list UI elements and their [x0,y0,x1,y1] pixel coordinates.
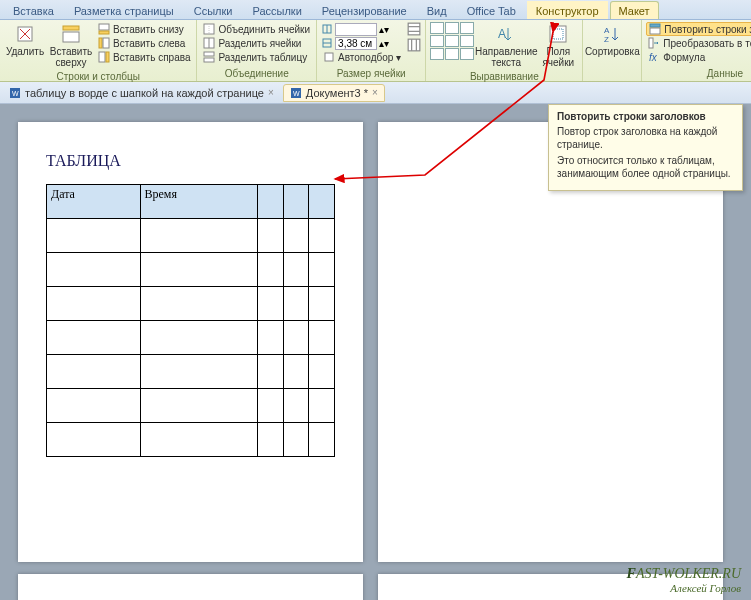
split-cells-button[interactable]: Разделить ячейки [201,36,312,50]
table-header-cell[interactable]: Дата [47,185,141,219]
spinner-icon[interactable]: ▴▾ [379,24,389,35]
doc-tab-1[interactable]: W таблицу в ворде с шапкой на каждой стр… [2,84,281,102]
page-1[interactable]: ТАБЛИЦА Дата Время [18,122,363,562]
sort-icon: AZ [602,24,622,44]
group-merge: Объединить ячейки Разделить ячейки Разде… [197,20,317,81]
insert-bottom-button[interactable]: Вставить снизу [96,22,192,36]
tab-vid[interactable]: Вид [418,1,456,19]
col-width-spin[interactable]: ▴▾ [321,36,403,50]
page-3[interactable] [18,574,363,600]
repeat-header-icon [649,23,661,35]
autofit-button[interactable]: Автоподбор ▾ [321,50,403,64]
formula-button[interactable]: fxФормула [646,50,751,64]
delete-button[interactable]: Удалить [4,22,46,70]
doc-tab-2[interactable]: W Документ3 * × [283,84,385,102]
group-label-merge: Объединение [201,67,312,81]
svg-rect-32 [650,28,660,34]
insert-left-button[interactable]: Вставить слева [96,36,192,50]
align-bc[interactable] [445,48,459,60]
table-header-cell[interactable] [283,185,309,219]
svg-text:Z: Z [604,35,609,44]
align-tc[interactable] [445,22,459,34]
group-label-data: Данные [646,67,751,81]
text-direction-icon: A [496,24,516,44]
tab-ssylki[interactable]: Ссылки [185,1,242,19]
table-row [47,253,335,287]
row-height-spin[interactable]: ▴▾ [321,22,403,36]
split-cells-icon [203,37,215,49]
tooltip-repeat-header: Повторить строки заголовков Повтор строк… [548,104,743,191]
svg-rect-16 [204,58,214,62]
workspace: ТАБЛИЦА Дата Время Повторить строки заго… [0,104,751,600]
align-bl[interactable] [430,48,444,60]
split-table-icon [203,51,215,63]
tab-konstruktor[interactable]: Конструктор [527,1,608,19]
group-label-lines-cols: Строки и столбцы [4,70,192,84]
svg-rect-7 [99,38,102,48]
group-label-align: Выравнивание [430,70,578,84]
merge-cells-button[interactable]: Объединить ячейки [201,22,312,36]
svg-text:fx: fx [649,52,658,63]
svg-rect-10 [106,52,109,62]
group-align: A Направление текста Поля ячейки Выравни… [426,20,583,81]
row-height-input[interactable] [335,23,377,36]
tab-vstavka[interactable]: Вставка [4,1,63,19]
insert-left-icon [98,37,110,49]
merge-cells-icon [203,23,215,35]
svg-rect-23 [408,39,420,51]
svg-rect-4 [63,26,79,30]
word-doc-icon: W [290,87,302,99]
table-row [47,423,335,457]
col-width-icon [321,37,333,49]
svg-text:A: A [604,26,610,35]
table-row [47,321,335,355]
group-label-cellsize: Размер ячейки [321,67,421,81]
align-ml[interactable] [430,35,444,47]
spinner-icon[interactable]: ▴▾ [379,38,389,49]
insert-right-button[interactable]: Вставить справа [96,50,192,64]
tooltip-text: Повтор строк заголовка на каждой страниц… [557,126,734,151]
align-mc[interactable] [445,35,459,47]
align-tl[interactable] [430,22,444,34]
distribute-rows-icon[interactable] [407,22,421,36]
tab-officetab[interactable]: Office Tab [458,1,525,19]
close-tab-icon[interactable]: × [268,87,274,98]
tab-maket[interactable]: Макет [610,1,659,19]
tab-recenz[interactable]: Рецензирование [313,1,416,19]
insert-top-button[interactable]: Вставить сверху [50,22,92,70]
table-row [47,389,335,423]
insert-right-icon [98,51,110,63]
table-header-cell[interactable] [309,185,335,219]
svg-text:W: W [12,90,19,97]
document-tabs: W таблицу в ворде с шапкой на каждой стр… [0,82,751,104]
align-tr[interactable] [460,22,474,34]
chevron-down-icon: ▾ [396,52,401,63]
close-tab-icon[interactable]: × [372,87,378,98]
split-table-button[interactable]: Разделить таблицу [201,50,312,64]
tooltip-text: Это относится только к таблицам, занимаю… [557,155,734,180]
text-direction-button[interactable]: A Направление текста [478,22,534,70]
group-data: Повторить строки заголовков Преобразоват… [642,20,751,81]
align-br[interactable] [460,48,474,60]
tab-razmetka[interactable]: Разметка страницы [65,1,183,19]
autofit-icon [323,51,335,63]
doc-table[interactable]: Дата Время [46,184,335,457]
formula-icon: fx [648,51,660,63]
table-header-cell[interactable]: Время [140,185,258,219]
to-text-button[interactable]: Преобразовать в текст [646,36,751,50]
svg-text:A: A [498,27,506,41]
repeat-header-button[interactable]: Повторить строки заголовков [646,22,751,36]
distribute-cols-icon[interactable] [407,38,421,52]
tab-rassylki[interactable]: Рассылки [243,1,310,19]
svg-rect-3 [63,32,79,42]
table-header-cell[interactable] [258,185,284,219]
col-width-input[interactable] [335,37,377,50]
align-mr[interactable] [460,35,474,47]
cell-margins-button[interactable]: Поля ячейки [538,22,578,70]
watermark: FAST-WOLKER.RU Алексей Горлов [627,566,741,594]
group-sort: AZ Сортировка [583,20,642,81]
svg-rect-19 [325,53,333,61]
to-text-icon [648,37,660,49]
sort-button[interactable]: AZ Сортировка [587,22,637,78]
svg-rect-27 [550,26,566,42]
